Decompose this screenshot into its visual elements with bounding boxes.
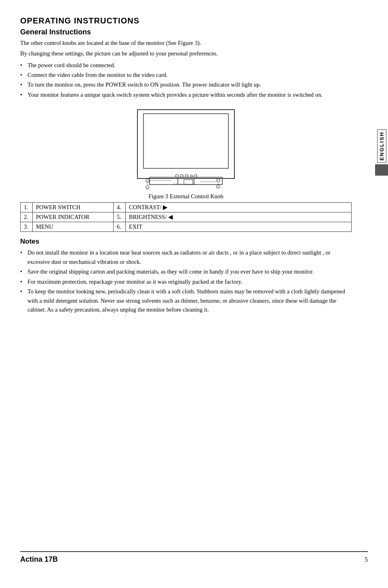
table-row: 3. MENU 6. EXIT	[21, 222, 352, 232]
english-bar	[375, 164, 388, 176]
intro-text-2: By changing these settings, the picture …	[20, 49, 352, 58]
notes-bullet-1: Do not install the monitor in a location…	[20, 248, 352, 266]
notes-bullet-list: Do not install the monitor in a location…	[20, 248, 352, 314]
svg-rect-1	[143, 114, 228, 168]
svg-text:4: 4	[147, 187, 148, 189]
svg-point-8	[191, 175, 193, 177]
footer-brand: Actina 17B	[20, 555, 58, 564]
table-cell: POWER INDICATOR	[33, 212, 114, 222]
table-cell: 3.	[21, 222, 33, 232]
page: OPERATING INSTRUCTIONS General Instructi…	[0, 0, 388, 588]
table-row: 2. POWER INDICATOR 5. BRIGHTNESS/ ◀	[21, 212, 352, 222]
bullet-item-4: Your monitor features a unique quick swi…	[20, 90, 352, 99]
english-sidebar: ENGLISH	[375, 129, 388, 176]
bullet-item-1: The power cord should be connected.	[20, 61, 352, 70]
table-cell: 6.	[114, 222, 126, 232]
table-cell: BRIGHTNESS/ ◀	[126, 212, 352, 222]
english-label: ENGLISH	[377, 129, 386, 163]
table-cell: 2.	[21, 212, 33, 222]
notes-bullet-4: To keep the monitor looking new, periodi…	[20, 287, 352, 314]
page-footer: Actina 17B 5	[20, 551, 368, 564]
bullet-item-3: To turn the monitor on, press the POWER …	[20, 80, 352, 89]
main-bullet-list: The power cord should be connected. Conn…	[20, 61, 352, 100]
svg-text:2: 2	[217, 180, 219, 182]
table-row: 1. POWER SWITCH 4. CONTRAST/ ▶	[21, 203, 352, 212]
table-cell: POWER SWITCH	[33, 203, 114, 212]
table-cell: EXIT	[126, 222, 352, 232]
intro-text-1: The other control knobs are located at t…	[20, 39, 352, 48]
table-cell: 5.	[114, 212, 126, 222]
notes-bullet-2: Save the original shipping carton and pa…	[20, 267, 352, 276]
svg-rect-23	[184, 180, 193, 185]
table-cell: CONTRAST/ ▶	[126, 203, 352, 212]
monitor-diagram: 1 2 4 3	[125, 106, 247, 191]
figure-caption: Figure 3 External Control Knob	[148, 193, 223, 200]
figure-container: 1 2 4 3 Figure 3 External Control Knob	[20, 106, 352, 200]
notes-bullet-3: For maximum protection, repackage your m…	[20, 277, 352, 286]
table-cell: 4.	[114, 203, 126, 212]
table-cell: 1.	[21, 203, 33, 212]
content-area: OPERATING INSTRUCTIONS General Instructi…	[20, 16, 352, 551]
svg-text:1: 1	[147, 180, 148, 182]
section-title: General Instructions	[20, 28, 352, 36]
table-cell: MENU	[33, 222, 114, 232]
notes-title: Notes	[20, 238, 352, 246]
control-table: 1. POWER SWITCH 4. CONTRAST/ ▶ 2. POWER …	[20, 202, 352, 232]
bullet-item-2: Connect the video cable from the monitor…	[20, 70, 352, 79]
svg-text:3: 3	[217, 186, 219, 188]
footer-page-number: 5	[365, 556, 368, 563]
main-title: OPERATING INSTRUCTIONS	[20, 16, 352, 25]
